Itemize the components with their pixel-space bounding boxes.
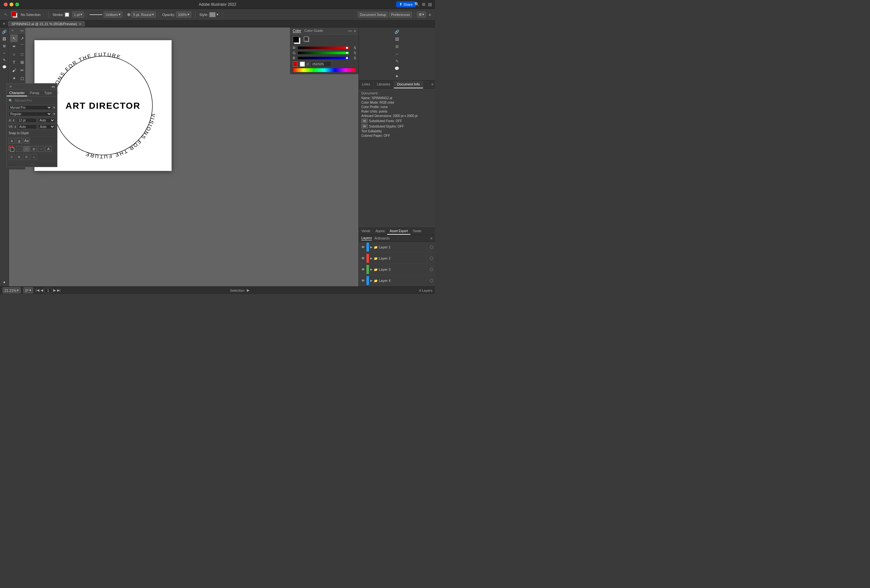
links-tab[interactable]: Links [359,81,374,88]
type-tool[interactable]: T [10,58,18,66]
style-swatch[interactable] [209,12,216,17]
comment-icon[interactable]: 💬 [1,64,7,70]
document-setup-button[interactable]: Document Setup [358,12,388,18]
brush-size-dropdown[interactable]: 5 pt. Round ▾ [131,12,156,18]
color-selector[interactable] [11,12,19,18]
eraser-tool[interactable]: ◻ [18,74,26,82]
layer-row-4[interactable]: 👁 ▶ 📁 Layer 4 [359,275,435,286]
links-panel-icon[interactable]: 🔗 [394,29,400,35]
swatc-tab[interactable]: Swatc [410,228,424,235]
white-swatch[interactable] [300,61,305,67]
nav-last-btn[interactable]: ▶| [57,288,61,292]
menu-icon[interactable]: ≡ [428,12,432,17]
paintbrush-tool[interactable]: 🖌 [10,66,18,74]
tab-paragraph[interactable]: Parag [27,90,42,96]
color-panel-menu-icon[interactable]: ≡ [354,29,356,33]
layer2-visibility-eye[interactable]: 👁 [361,256,365,261]
selection-tool[interactable]: ↖ [10,34,18,42]
layer1-visibility-eye[interactable]: 👁 [361,245,365,249]
black-indicator[interactable] [304,36,309,42]
document-tab[interactable]: SPINNING2.ai @ 21.21 % (RGB/Preview) ✕ [8,21,85,27]
tab-character[interactable]: Character [7,90,27,96]
b-slider[interactable] [298,57,349,59]
normal-style-btn[interactable]: a [9,138,15,143]
font-size-input[interactable] [17,118,37,123]
zoom-dropdown[interactable]: 21.21% ▾ [3,287,21,293]
layer4-expand-btn[interactable]: ▶ [370,279,372,282]
asset-export-tab[interactable]: Asset Export [387,228,410,235]
collapse-icon2[interactable]: ● [394,73,400,79]
text-color-indicator[interactable] [9,146,15,152]
snap-icon3[interactable]: ⊞ [23,154,30,160]
variab-tab[interactable]: Variab [359,228,373,235]
collapse-icon[interactable]: ◂◂ [20,29,23,32]
tracking-input[interactable] [18,124,37,129]
r-slider[interactable] [298,46,349,49]
tab-close[interactable]: ✕ [3,22,5,26]
layer-row-2[interactable]: 👁 ▶ 📁 Layer 2 [359,253,435,264]
ellipse-tool[interactable]: ○ [10,51,18,58]
big-a-btn[interactable]: A [45,146,52,152]
stroke-fill-btn[interactable]: ▥ [31,146,37,152]
layer2-expand-btn[interactable]: ▶ [370,257,372,260]
layer3-target-circle[interactable] [430,268,433,271]
font-style-select[interactable]: Regular [9,112,52,116]
dark-fill-btn[interactable]: □ [16,146,22,152]
close-button[interactable] [4,3,7,6]
snap-icon1[interactable]: ⊡ [9,154,15,160]
shaper-tool[interactable]: ✦ [10,74,18,82]
comments-panel-icon[interactable]: 💬 [394,65,400,72]
stroke-color-box[interactable] [65,12,69,17]
status-arrow-icon[interactable]: ▶ [247,288,249,292]
grid-icon[interactable]: ⊞ [422,2,425,7]
aa-style-btn[interactable]: Aa [23,138,30,143]
layer1-expand-btn[interactable]: ▶ [370,246,372,249]
hex-input[interactable] [311,61,331,67]
layer3-expand-btn[interactable]: ▶ [370,268,372,271]
r-thumb[interactable] [346,46,348,49]
search-icon[interactable]: 🔍 [414,2,419,7]
close-icon[interactable]: ✕ [11,29,14,32]
pen-tool[interactable]: ✒ [10,42,18,50]
snap-icon2[interactable]: ⊠ [16,154,22,160]
rectangle-tool[interactable]: □ [18,51,26,58]
sidebar-icon[interactable]: ▤ [428,2,432,7]
layer-row-1[interactable]: 👁 ▶ 📁 Layer 1 [359,242,435,253]
font-search-input[interactable] [13,98,55,103]
underline-style-btn[interactable]: a [16,138,22,143]
angle-dropdown[interactable]: 0° ▾ [23,287,33,293]
red-swatch[interactable] [293,61,298,67]
align-icon[interactable]: ⊞ [1,43,7,49]
layers-tab-btn[interactable]: Layers [361,236,372,240]
color-tab[interactable]: Color [293,29,301,33]
layer-row-3[interactable]: 👁 ▶ 📁 Layer 3 [359,264,435,275]
minimize-button[interactable] [10,3,13,6]
g-slider[interactable] [298,52,349,54]
b-thumb[interactable] [346,57,348,59]
tab-type[interactable]: Type [42,90,55,96]
tab-close-icon[interactable]: ✕ [79,22,81,26]
char-close-icon[interactable]: ✕ [9,85,12,88]
artboards-tab-btn[interactable]: Artboards [374,236,390,240]
preferences-button[interactable]: Preferences [389,12,412,18]
pencil-tool[interactable]: ✏ [18,66,26,74]
more-char-btn[interactable]: ··· [30,162,33,166]
gray-fill-btn[interactable]: □ [23,146,30,152]
maximize-button[interactable] [15,3,19,6]
snap-baseline-icon[interactable]: ⊥ [31,154,37,160]
appea-tab[interactable]: Appea [373,228,387,235]
nav-first-btn[interactable]: |◀ [36,288,39,292]
page-number-input[interactable] [44,288,52,293]
nav-next-btn[interactable]: ▶ [53,288,56,292]
libraries-tab[interactable]: Libraries [374,81,394,88]
transform-panel-icon[interactable]: ↔ [394,51,400,57]
fill-swatch[interactable] [11,12,16,16]
layer2-target-circle[interactable] [430,257,433,260]
layer3-visibility-eye[interactable]: 👁 [361,267,365,272]
stroke-weight-dropdown[interactable]: 1 pt ▾ [72,12,84,18]
fill-indicator-box[interactable] [293,36,299,43]
char-collapse-icon[interactable]: ◂◂ [51,85,55,88]
share-button[interactable]: ⬆ Share [396,1,416,7]
arrange-dropdown[interactable]: ⊞ ▾ [417,12,426,18]
font-family-select[interactable]: Myriad Pro [9,105,52,110]
